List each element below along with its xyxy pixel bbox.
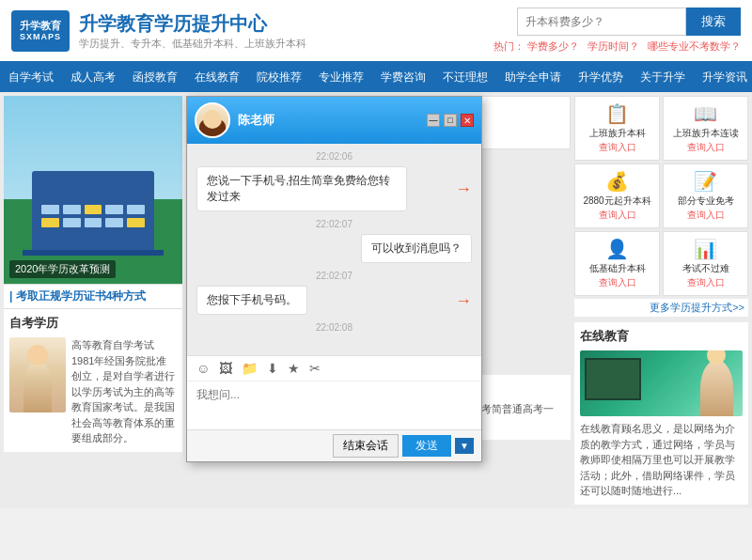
- nav-item-4[interactable]: 院校推荐: [248, 63, 310, 92]
- chat-window: 陈老师 — □ ✕ 22:02:06 您说一下手机号,招生简章免费给您转发过来 …: [186, 96, 482, 462]
- message-row-3: 您报下手机号码。 →: [196, 286, 472, 315]
- chat-maximize-button[interactable]: □: [444, 114, 457, 127]
- nav-item-6[interactable]: 学费咨询: [372, 63, 434, 92]
- ql-link-4[interactable]: 查询入口: [687, 210, 725, 220]
- hot-links: 热门： 学费多少？ 学历时间？ 哪些专业不考数学？: [494, 39, 741, 54]
- chat-window-controls: — □ ✕: [427, 114, 474, 127]
- hot-link-1[interactable]: 学费多少？: [527, 40, 579, 52]
- timestamp-4: 22:02:08: [196, 322, 472, 333]
- logo-icon: 升学教育 SXMAPS: [11, 10, 70, 52]
- ql-link-2[interactable]: 查询入口: [687, 142, 725, 152]
- ql-icon-5: 👤: [579, 238, 655, 260]
- image-icon[interactable]: 🖼: [219, 361, 232, 376]
- quick-link-item-1[interactable]: 📋 上班族升本科 查询入口: [574, 96, 660, 161]
- timestamp-1: 22:02:06: [196, 151, 472, 162]
- header: 升学教育 SXMAPS 升学教育学历提升中心 学历提升、专升本、低基础升本科、上…: [0, 0, 752, 63]
- ql-icon-2: 📖: [667, 102, 744, 125]
- ql-icon-3: 💰: [579, 170, 655, 193]
- self-study-title: 自考学历: [9, 315, 177, 332]
- nav-item-9[interactable]: 升学优势: [570, 63, 632, 92]
- quick-link-item-4[interactable]: 📝 部分专业免考 查询入口: [663, 163, 748, 228]
- message-row-1: 您说一下手机号,招生简章免费给您转发过来 →: [196, 166, 472, 211]
- hot-label: 热门：: [494, 40, 525, 52]
- scissors-icon[interactable]: ✂: [309, 361, 321, 376]
- banner-image: 2020年学历改革预测: [4, 96, 182, 284]
- chat-footer: 结束会话 发送 ▼: [187, 429, 481, 461]
- quick-link-item-5[interactable]: 👤 低基础升本科 查询入口: [574, 231, 660, 296]
- quick-link-item-2[interactable]: 📖 上班族升本连读 查询入口: [663, 96, 748, 161]
- chat-close-button[interactable]: ✕: [461, 114, 474, 127]
- hot-link-3[interactable]: 哪些专业不考数学？: [648, 40, 741, 52]
- site-subtitle: 学历提升、专升本、低基础升本科、上班族升本科: [79, 37, 306, 51]
- ql-link-5[interactable]: 查询入口: [599, 277, 636, 288]
- right-sidebar: 📋 上班族升本科 查询入口 📖 上班族升本连读 查询入口 💰 2880元起升本科…: [574, 96, 748, 505]
- search-button[interactable]: 搜索: [686, 8, 741, 36]
- nav-item-8[interactable]: 助学全申请: [496, 63, 570, 92]
- message-bubble-2: 可以收到消息吗？: [361, 234, 472, 263]
- nav-bar: 自学考试 成人高考 函授教育 在线教育 院校推荐 专业推荐 学费咨询 不迁理想 …: [0, 63, 752, 92]
- message-bubble-3: 您报下手机号码。: [196, 286, 307, 315]
- download-icon[interactable]: ⬇: [267, 361, 278, 376]
- ql-text-2: 上班族升本连读: [667, 127, 744, 140]
- timestamp-2: 22:02:07: [196, 219, 472, 229]
- ql-link-3[interactable]: 查询入口: [599, 210, 636, 220]
- end-session-button[interactable]: 结束会话: [333, 434, 399, 458]
- message-bubble-1: 您说一下手机号,招生简章免费给您转发过来: [196, 166, 407, 211]
- logo-text: 升学教育学历提升中心 学历提升、专升本、低基础升本科、上班族升本科: [79, 11, 306, 51]
- nav-item-5[interactable]: 专业推荐: [310, 63, 372, 92]
- nav-item-10[interactable]: 关于升学: [632, 63, 694, 92]
- quick-link-item-3[interactable]: 💰 2880元起升本科 查询入口: [574, 163, 660, 228]
- online-edu-text: 在线教育顾名思义，是以网络为介质的教学方式，通过网络，学员与教师即使相隔万里也可…: [580, 421, 743, 499]
- chat-input-container: [187, 381, 481, 429]
- online-edu-section: 在线教育 在线教育顾名思义，是以网络为介质的教学方式，通过网络，学员与教师即使相…: [574, 322, 748, 505]
- ql-icon-6: 📊: [667, 238, 744, 260]
- red-arrow-1: →: [455, 180, 472, 197]
- chat-agent-name: 陈老师: [238, 112, 274, 129]
- main-content: 2020年学历改革预测 | 考取正规学历证书4种方式 自考学历 高等教育自学考试…: [0, 92, 752, 508]
- nav-item-11[interactable]: 升学资讯: [694, 63, 752, 92]
- chat-messages-area: 22:02:06 您说一下手机号,招生简章免费给您转发过来 → 22:02:07…: [187, 144, 481, 355]
- ql-icon-4: 📝: [667, 170, 744, 193]
- logo-area: 升学教育 SXMAPS 升学教育学历提升中心 学历提升、专升本、低基础升本科、上…: [11, 10, 306, 52]
- ql-text-6: 考试不过难: [667, 262, 744, 275]
- self-study-text: 高等教育自学考试1981年经国务院批准创立，是对自学者进行以学历考试为主的高等教…: [71, 337, 177, 446]
- red-arrow-2: →: [455, 292, 472, 309]
- timestamp-3: 22:02:07: [196, 271, 472, 281]
- more-formats-link[interactable]: 更多学历提升方式>>: [574, 299, 748, 317]
- left-column: 2020年学历改革预测 | 考取正规学历证书4种方式 自考学历 高等教育自学考试…: [4, 96, 182, 505]
- online-edu-title: 在线教育: [580, 328, 743, 345]
- ql-link-1[interactable]: 查询入口: [599, 142, 636, 152]
- message-row-2: 可以收到消息吗？: [196, 234, 472, 263]
- chat-header-left: 陈老师: [195, 102, 274, 138]
- hot-link-2[interactable]: 学历时间？: [588, 40, 639, 52]
- nav-item-0[interactable]: 自学考试: [0, 63, 62, 92]
- ql-text-3: 2880元起升本科: [579, 194, 655, 208]
- quick-link-item-6[interactable]: 📊 考试不过难 查询入口: [663, 231, 748, 296]
- folder-icon[interactable]: 📁: [242, 361, 258, 376]
- nav-item-3[interactable]: 在线教育: [186, 63, 248, 92]
- study-ways-header: | 考取正规学历证书4种方式: [4, 284, 182, 309]
- section-label: | 考取正规学历证书4种方式: [9, 289, 146, 303]
- nav-item-2[interactable]: 函授教育: [124, 63, 186, 92]
- star-icon[interactable]: ★: [288, 361, 300, 376]
- online-teacher-image: [580, 350, 743, 416]
- banner-badge: 2020年学历改革预测: [9, 260, 116, 278]
- chat-input[interactable]: [196, 387, 472, 421]
- ql-text-5: 低基础升本科: [579, 262, 655, 275]
- middle-column: 重要通知 ...报名少 陈老师 — □ ✕: [186, 96, 571, 505]
- chat-header: 陈老师 — □ ✕: [187, 97, 481, 144]
- site-title: 升学教育学历提升中心: [79, 11, 306, 37]
- ql-link-6[interactable]: 查询入口: [687, 277, 725, 288]
- send-dropdown-button[interactable]: ▼: [455, 438, 474, 454]
- search-input[interactable]: [517, 8, 686, 36]
- chat-minimize-button[interactable]: —: [427, 114, 440, 127]
- search-box: 搜索: [517, 8, 741, 36]
- ql-icon-1: 📋: [579, 102, 655, 125]
- self-study-image: [9, 337, 66, 412]
- search-area: 搜索 热门： 学费多少？ 学历时间？ 哪些专业不考数学？: [494, 8, 741, 54]
- ql-text-4: 部分专业免考: [667, 194, 744, 208]
- send-button[interactable]: 发送: [402, 435, 451, 457]
- nav-item-7[interactable]: 不迁理想: [434, 63, 496, 92]
- emoji-icon[interactable]: ☺: [196, 361, 210, 376]
- nav-item-1[interactable]: 成人高考: [62, 63, 124, 92]
